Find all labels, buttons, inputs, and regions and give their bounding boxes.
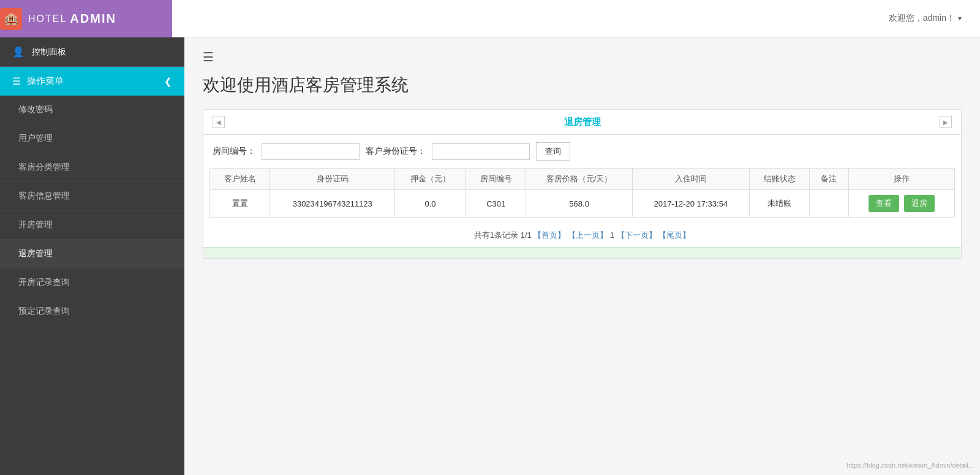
sidebar-item-user-management[interactable]: 用户管理 [0, 124, 184, 153]
cell-deposit: 0.0 [395, 190, 466, 218]
logo-admin-text: ADMIN [70, 12, 116, 26]
search-bar: 房间编号： 客户身份证号： 查询 [203, 135, 961, 168]
sidebar-item-label-room-info: 客房信息管理 [18, 191, 70, 200]
sidebar-item-checkout[interactable]: 退房管理 [0, 240, 184, 268]
menu-toggle-label: 操作菜单 [27, 75, 64, 87]
sidebar: 👤 控制面板 ☰ 操作菜单 ❮ 修改密码 用户管理 客房分类管理 客房信息管理 … [0, 37, 184, 475]
table-row: 置置 330234196743211123 0.0 C301 568.0 201… [210, 190, 955, 218]
sidebar-item-room-category[interactable]: 客房分类管理 [0, 153, 184, 182]
room-no-label: 房间编号： [213, 146, 255, 157]
sidebar-menu-toggle[interactable]: ☰ 操作菜单 ❮ [0, 67, 184, 96]
cell-roomno: C301 [466, 190, 526, 218]
pagination-current: 1 [610, 230, 617, 240]
sidebar-item-label-change-password: 修改密码 [18, 104, 53, 114]
col-remark: 备注 [810, 169, 848, 190]
pagination-next[interactable]: 【下一页】 [617, 230, 657, 240]
logo-area: 🏨 HOTEL ADMIN [0, 0, 172, 37]
cell-status: 未结账 [749, 190, 809, 218]
sidebar-item-label-checkout: 退房管理 [18, 248, 53, 258]
col-status: 结账状态 [749, 169, 809, 190]
cell-remark [810, 190, 848, 218]
pagination: 共有1条记录 1/1 【首页】 【上一页】 1 【下一页】 【尾页】 [203, 224, 961, 247]
hamburger-button[interactable]: ☰ [203, 50, 214, 64]
checkout-table: 客户姓名 身份证码 押金（元） 房间编号 客房价格（元/天） 入住时间 结账状态… [209, 168, 955, 218]
sidebar-item-label-user-management: 用户管理 [18, 133, 53, 143]
cell-idcard: 330234196743211123 [270, 190, 395, 218]
welcome-text-area: 欢迎您，admin！ ▾ [889, 13, 962, 24]
sidebar-item-label-reservation-records: 预定记录查询 [18, 306, 70, 316]
checkout-management-card: ◀ 退房管理 ▶ 房间编号： 客户身份证号： 查询 客户姓名 身份证码 [203, 109, 962, 259]
logo-hotel-text: HOTEL [28, 13, 67, 25]
card-header: ◀ 退房管理 ▶ [203, 110, 961, 135]
sidebar-item-checkin[interactable]: 开房管理 [0, 211, 184, 240]
content-area: ☰ 欢迎使用酒店客房管理系统 ◀ 退房管理 ▶ 房间编号： 客户身份证号： 查询 [184, 37, 980, 475]
sidebar-item-label-checkin: 开房管理 [18, 219, 53, 229]
col-deposit: 押金（元） [395, 169, 466, 190]
id-card-label: 客户身份证号： [366, 146, 426, 157]
pagination-last[interactable]: 【尾页】 [658, 230, 690, 240]
cell-action: 查看 退房 [848, 190, 954, 218]
cell-price: 568.0 [526, 190, 632, 218]
card-collapse-left[interactable]: ◀ [213, 116, 225, 128]
pagination-prev[interactable]: 【上一页】 [568, 230, 608, 240]
sidebar-item-change-password[interactable]: 修改密码 [0, 96, 184, 124]
cell-checkin-time: 2017-12-20 17:33:54 [632, 190, 749, 218]
watermark: https://blog.csdn.net/weixin_Admin/detai… [846, 462, 974, 469]
sidebar-item-dashboard[interactable]: 👤 控制面板 [0, 37, 184, 67]
search-button[interactable]: 查询 [536, 142, 570, 161]
page-title: 欢迎使用酒店客房管理系统 [203, 74, 962, 97]
pagination-text: 共有1条记录 1/1 [474, 230, 532, 240]
col-name: 客户姓名 [210, 169, 270, 190]
sidebar-item-label-room-category: 客房分类管理 [18, 162, 70, 172]
user-menu-chevron[interactable]: ▾ [958, 14, 962, 23]
dashboard-icon: 👤 [12, 46, 24, 58]
card-title: 退房管理 [225, 116, 940, 128]
collapse-icon: ❮ [164, 76, 172, 87]
sidebar-item-checkin-records[interactable]: 开房记录查询 [0, 268, 184, 297]
id-card-input[interactable] [432, 143, 530, 160]
col-idcard: 身份证码 [270, 169, 395, 190]
pagination-first[interactable]: 【首页】 [533, 230, 565, 240]
sidebar-item-room-info[interactable]: 客房信息管理 [0, 182, 184, 211]
room-no-input[interactable] [262, 143, 360, 160]
view-button[interactable]: 查看 [869, 195, 899, 212]
menu-toggle-icon: ☰ [12, 75, 21, 87]
sidebar-item-label-checkin-records: 开房记录查询 [18, 277, 70, 287]
col-action: 操作 [848, 169, 954, 190]
welcome-text: 欢迎您，admin！ [889, 13, 955, 24]
cell-name: 置置 [210, 190, 270, 218]
sidebar-item-reservation-records[interactable]: 预定记录查询 [0, 297, 184, 326]
dashboard-label: 控制面板 [32, 47, 66, 58]
checkout-button[interactable]: 退房 [904, 195, 935, 212]
col-price: 客房价格（元/天） [526, 169, 632, 190]
card-collapse-right[interactable]: ▶ [940, 116, 952, 128]
col-roomno: 房间编号 [466, 169, 526, 190]
logo-icon: 🏨 [0, 8, 22, 30]
checkout-table-wrapper: 客户姓名 身份证码 押金（元） 房间编号 客房价格（元/天） 入住时间 结账状态… [203, 168, 961, 224]
green-footer-bar [203, 247, 961, 258]
col-checkin-time: 入住时间 [632, 169, 749, 190]
